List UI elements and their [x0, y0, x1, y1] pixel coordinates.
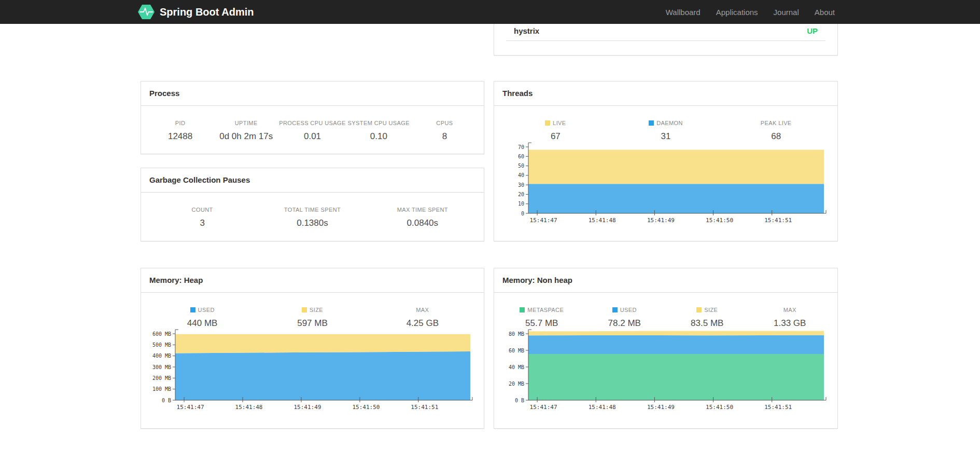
memory-nonheap-panel: Memory: Non heap METASPACE55.7 MBUSED78.… [494, 268, 838, 429]
stat-max: MAX1.33 GB [749, 307, 832, 329]
gc-panel: Garbage Collection Pauses COUNT3TOTAL TI… [141, 168, 484, 241]
legend-swatch-icon [302, 307, 307, 312]
navbar: Spring Boot Admin WallboardApplicationsJ… [0, 0, 980, 24]
x-tick-label: 15:41:50 [706, 404, 733, 411]
y-tick-label: 40 [518, 172, 524, 178]
stat-pid: PID12488 [147, 120, 213, 142]
threads-chart: 01020304050607015:41:4715:41:4815:41:491… [494, 140, 838, 229]
navbar-container: Spring Boot Admin WallboardApplicationsJ… [137, 0, 843, 24]
stat-value: 0d 0h 2m 17s [213, 131, 279, 142]
stat-size: SIZE83.5 MB [666, 307, 749, 329]
health-row-hystrix[interactable]: hystrix UP [506, 24, 825, 41]
y-tick-label: 50 [518, 163, 524, 169]
process-stats: PID12488UPTIME0d 0h 2m 17sPROCESS CPU US… [141, 106, 484, 142]
legend-swatch-icon [545, 120, 550, 126]
memory-nonheap-stats: METASPACE55.7 MBUSED78.2 MBSIZE83.5 MBMA… [494, 293, 837, 329]
stat-label: CPUS [412, 120, 478, 127]
stat-system-cpu-usage: SYSTEM CPU USAGE0.10 [346, 120, 412, 142]
stat-value: 0.10 [346, 131, 412, 142]
threads-stats: LIVE67DAEMON31PEAK LIVE68 [494, 106, 837, 142]
stat-label: MAX [749, 307, 832, 314]
stat-value: 0.0840s [368, 217, 478, 228]
stat-total-time-spent: TOTAL TIME SPENT0.1380s [257, 207, 367, 228]
x-tick-label: 15:41:50 [352, 404, 380, 411]
stat-label: UPTIME [213, 120, 279, 127]
stat-label: PEAK LIVE [721, 120, 831, 127]
stat-value: 12488 [147, 131, 213, 142]
y-tick-label: 0 B [162, 398, 171, 403]
x-tick-label: 15:41:49 [293, 404, 321, 411]
stat-label: USED [583, 307, 666, 314]
health-application-name: hystrix [514, 26, 539, 35]
x-tick-label: 15:41:47 [177, 404, 204, 411]
legend-swatch-icon [649, 120, 654, 126]
y-tick-label: 60 MB [509, 348, 524, 353]
x-tick-label: 15:41:47 [530, 404, 557, 411]
stat-label: MAX [368, 307, 478, 314]
stat-value: 0.01 [279, 131, 345, 142]
area-series-metaspace [528, 354, 824, 400]
nav-item-about[interactable]: About [807, 8, 843, 17]
stat-label: MAX TIME SPENT [368, 207, 478, 213]
brand-title: Spring Boot Admin [160, 6, 254, 18]
x-tick-label: 15:41:51 [764, 404, 792, 411]
stat-label: LIVE [500, 120, 611, 127]
legend-swatch-icon [190, 307, 195, 312]
stat-label: SIZE [666, 307, 749, 314]
area-series-used [175, 351, 470, 400]
area-series-used [528, 335, 824, 354]
y-tick-label: 10 [518, 201, 524, 207]
nav-links: WallboardApplicationsJournalAbout [658, 8, 843, 17]
area-series-size [175, 334, 470, 353]
legend-swatch-icon [696, 307, 702, 312]
process-panel: Process PID12488UPTIME0d 0h 2m 17sPROCES… [141, 81, 484, 154]
stat-label: COUNT [147, 207, 257, 213]
stat-label: PROCESS CPU USAGE [279, 120, 345, 127]
y-tick-label: 20 [518, 192, 524, 197]
y-tick-label: 200 MB [152, 375, 171, 381]
y-tick-label: 600 MB [152, 331, 171, 337]
memory-heap-stats: USED440 MBSIZE597 MBMAX4.25 GB [141, 293, 484, 329]
nav-item-journal[interactable]: Journal [766, 8, 807, 17]
stat-max-time-spent: MAX TIME SPENT0.0840s [368, 207, 478, 228]
stat-label: METASPACE [500, 307, 583, 314]
stat-process-cpu-usage: PROCESS CPU USAGE0.01 [279, 120, 345, 142]
y-tick-label: 0 [521, 211, 524, 216]
y-tick-label: 40 MB [509, 364, 524, 370]
gc-stats: COUNT3TOTAL TIME SPENT0.1380sMAX TIME SP… [141, 193, 484, 228]
legend-swatch-icon [520, 307, 525, 312]
legend-swatch-icon [612, 307, 618, 312]
stat-label: PID [147, 120, 213, 127]
health-panel: hystrix UP [494, 24, 838, 56]
x-tick-label: 15:41:50 [706, 217, 733, 224]
memory-heap-panel: Memory: Heap USED440 MBSIZE597 MBMAX4.25… [141, 268, 484, 429]
stat-value: 0.1380s [257, 217, 367, 228]
nav-item-applications[interactable]: Applications [708, 8, 766, 17]
stat-label: SYSTEM CPU USAGE [346, 120, 412, 127]
x-tick-label: 15:41:48 [589, 404, 616, 411]
stat-count: COUNT3 [147, 207, 257, 228]
memory-heap-panel-title: Memory: Heap [141, 268, 484, 293]
y-tick-label: 100 MB [152, 386, 171, 392]
memory-nonheap-panel-title: Memory: Non heap [494, 268, 837, 293]
stat-size: SIZE597 MB [257, 307, 367, 329]
x-tick-label: 15:41:49 [647, 404, 675, 411]
threads-panel: Threads LIVE67DAEMON31PEAK LIVE68 010203… [494, 81, 838, 241]
brand[interactable]: Spring Boot Admin [137, 3, 254, 21]
stat-label: USED [147, 307, 257, 314]
stat-peak-live: PEAK LIVE68 [721, 120, 831, 142]
nav-item-wallboard[interactable]: Wallboard [658, 8, 708, 17]
stat-label: DAEMON [611, 120, 721, 127]
x-tick-label: 15:41:48 [235, 404, 263, 411]
spring-boot-admin-logo-icon [137, 3, 155, 21]
stat-daemon: DAEMON31 [611, 120, 721, 142]
y-tick-label: 70 [518, 144, 524, 150]
stat-metaspace: METASPACE55.7 MB [500, 307, 583, 329]
stat-uptime: UPTIME0d 0h 2m 17s [213, 120, 279, 142]
x-tick-label: 15:41:47 [530, 217, 557, 224]
stat-live: LIVE67 [500, 120, 611, 142]
stat-value: 3 [147, 217, 257, 228]
x-tick-label: 15:41:49 [647, 217, 675, 224]
stat-max: MAX4.25 GB [368, 307, 478, 329]
y-tick-label: 500 MB [152, 342, 171, 348]
